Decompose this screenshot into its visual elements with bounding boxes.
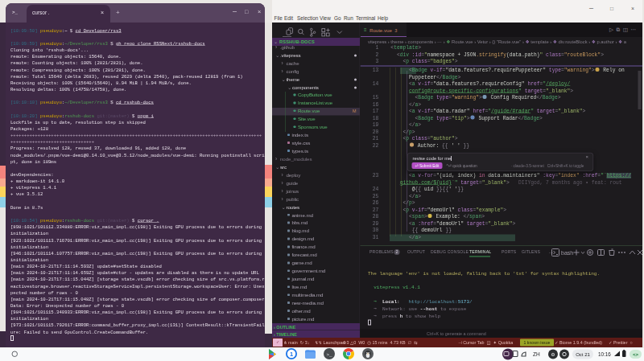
svg-text:10:16: 10:16 [598,351,611,357]
svg-text:bash: bash [561,250,573,256]
svg-text:1: 1 [290,351,293,358]
svg-text:>_: >_ [326,352,332,358]
svg-text:ZH: ZH [533,351,540,357]
svg-text:<>: <> [633,352,639,358]
svg-text:⚙: ⚙ [551,352,555,357]
svg-text:Oct 21: Oct 21 [576,352,590,357]
